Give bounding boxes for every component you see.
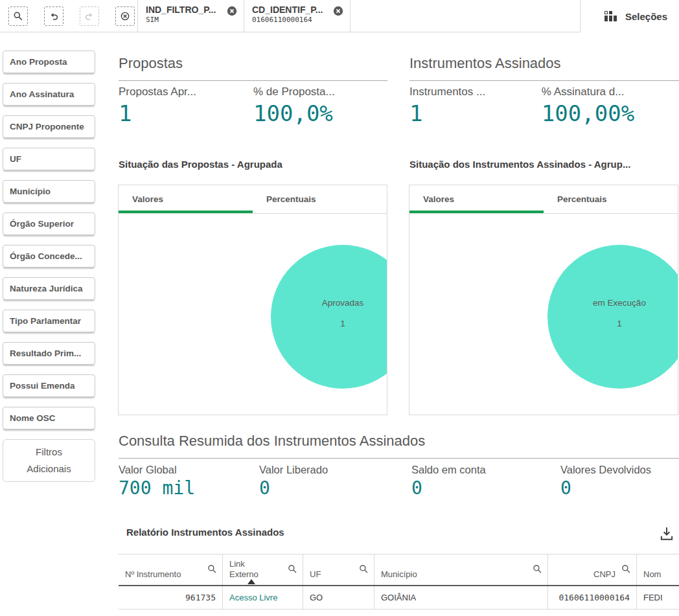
table-row: 961735 Acesso Livre GO GOIÂNIA 016061100… (119, 586, 679, 610)
chart-instrumentos[interactable]: Valores Percentuais em Execução 1 (409, 185, 678, 415)
kpi-pct-assinatura: % Assinatura d... 100,00% (542, 86, 679, 124)
remove-selection-icon[interactable] (333, 6, 343, 16)
tab-percentuais[interactable]: Percentuais (544, 185, 678, 213)
kpi-value: 100,00% (542, 102, 679, 124)
kpi-valores-devolvidos: Valores Devolvidos 0 (560, 464, 679, 497)
filter-button-tipo-parlamentar[interactable]: Tipo Parlamentar (3, 310, 95, 332)
chart-instrumentos-title: Situação dos Instrumentos Assinados - Ag… (409, 159, 679, 170)
filter-button-uf[interactable]: UF (3, 148, 95, 170)
filter-button-ano-assinatura[interactable]: Ano Assinatura (3, 83, 95, 106)
qlik-dashboard: IND_FILTRO_P... SIM CD_IDENTIF_P... 0160… (0, 0, 679, 616)
search-icon[interactable] (207, 564, 217, 576)
selection-pill[interactable]: IND_FILTRO_P... SIM (137, 0, 244, 32)
consulta-title: Consulta Resumida dos Instrumentos Assin… (119, 433, 679, 450)
column-header-cnpj[interactable]: CNPJ (547, 554, 636, 585)
kpi-label: % de Proposta... (253, 86, 388, 98)
column-label: Link Externo (229, 559, 267, 580)
column-label: CNPJ (593, 569, 616, 580)
cell-instrumento: 961735 (119, 586, 222, 609)
kpi-label: Instrumentos ... (409, 86, 542, 98)
kpi-saldo-em-conta: Saldo em conta 0 (411, 464, 560, 497)
selection-field-value: SIM (146, 16, 238, 24)
chart-propostas[interactable]: Valores Percentuais Aprovadas 1 (118, 185, 387, 415)
filter-button-ano-proposta[interactable]: Ano Proposta (3, 51, 95, 73)
consulta-kpis: Valor Global 700 mil Valor Liberado 0 Sa… (119, 464, 679, 497)
pie-slice-label: em Execução (547, 298, 678, 308)
filter-button-municipio[interactable]: Município (3, 180, 95, 203)
kpi-label: Valor Liberado (259, 464, 411, 476)
remove-selection-icon[interactable] (227, 6, 237, 16)
filter-button-resultado-primario[interactable]: Resultado Prim... (3, 342, 95, 365)
selection-field-value: 01606110000164 (252, 16, 345, 24)
chart-propostas-title: Situação das Propostas - Agrupada (119, 159, 387, 170)
consulta-section-header: Consulta Resumida dos Instrumentos Assin… (119, 433, 679, 459)
selections-bar-left: IND_FILTRO_P... SIM CD_IDENTIF_P... 0160… (0, 0, 581, 32)
column-label: Município (381, 569, 417, 580)
instrumentos-section-header: Instrumentos Assinados (409, 55, 679, 81)
selection-pill[interactable]: CD_IDENTIF_P... 01606110000164 (244, 0, 350, 32)
kpi-value: 100,0% (253, 102, 388, 124)
column-header-link-externo[interactable]: Link Externo (222, 554, 303, 585)
sort-ascending-icon (247, 579, 255, 584)
kpi-label: Saldo em conta (411, 464, 560, 476)
selections-tool-button[interactable]: Seleções (581, 0, 679, 32)
cell-uf: GO (303, 586, 374, 609)
filter-button-possui-emenda[interactable]: Possui Emenda (3, 374, 95, 397)
kpi-label: % Assinatura d... (542, 86, 679, 98)
selections-bar: IND_FILTRO_P... SIM CD_IDENTIF_P... 0160… (0, 0, 679, 32)
step-back-icon[interactable] (44, 6, 63, 26)
report-title: Relatório Instrumentos Assinados (126, 527, 284, 538)
kpi-valor-global: Valor Global 700 mil (119, 464, 259, 497)
current-selections: IND_FILTRO_P... SIM CD_IDENTIF_P... 0160… (137, 0, 351, 32)
kpi-value: 0 (259, 479, 411, 497)
propostas-section-header: Propostas (119, 55, 387, 81)
instrumentos-kpis: Instrumentos ... 1 % Assinatura d... 100… (409, 86, 679, 124)
column-header-nome[interactable]: Nom (636, 554, 679, 585)
tab-percentuais[interactable]: Percentuais (253, 185, 387, 213)
filtros-adicionais-button[interactable]: Filtros Adicionais (3, 439, 95, 482)
kpi-value: 0 (411, 479, 560, 497)
pie-slice-value: 1 (271, 319, 387, 328)
step-forward-icon[interactable] (80, 6, 99, 26)
selections-tool-label: Seleções (625, 11, 667, 22)
column-header-municipio[interactable]: Município (374, 554, 547, 585)
search-icon[interactable] (621, 564, 631, 576)
download-icon[interactable] (658, 525, 675, 542)
kpi-instrumentos: Instrumentos ... 1 (409, 86, 542, 124)
kpi-label: Valor Global (119, 464, 259, 476)
cell-link-externo[interactable]: Acesso Livre (222, 586, 303, 609)
tab-valores[interactable]: Valores (409, 185, 544, 213)
filter-button-orgao-superior[interactable]: Órgão Superior (3, 212, 95, 235)
kpi-value: 0 (560, 479, 679, 497)
cell-nome: FEDI (636, 586, 679, 609)
filtros-adicionais-line1: Filtros (36, 444, 62, 461)
kpi-valor-liberado: Valor Liberado 0 (259, 464, 411, 497)
filter-button-orgao-concedente[interactable]: Órgão Concede... (3, 245, 95, 268)
search-icon[interactable] (533, 564, 542, 576)
selections-tool-icon (604, 11, 617, 22)
filter-button-nome-osc[interactable]: Nome OSC (3, 407, 95, 429)
search-icon[interactable] (288, 564, 297, 576)
filter-button-natureza-juridica[interactable]: Natureza Jurídica (3, 277, 95, 300)
search-icon[interactable] (359, 564, 369, 576)
report-table: Nº Instrumento Link Externo UF Municíp (119, 554, 679, 610)
clear-selections-icon[interactable] (115, 6, 135, 26)
column-label: UF (310, 569, 321, 580)
column-label: Nº Instrumento (125, 569, 181, 580)
pie-slice-value: 1 (547, 319, 678, 328)
smart-search-icon[interactable] (8, 6, 28, 26)
filter-button-cnpj-proponente[interactable]: CNPJ Proponente (3, 115, 95, 138)
filter-sidebar: Ano Proposta Ano Assinatura CNPJ Propone… (3, 51, 95, 482)
pie-slice-aprovadas[interactable] (271, 245, 387, 389)
column-header-uf[interactable]: UF (303, 554, 374, 585)
pie-slice-em-execucao[interactable] (547, 245, 678, 389)
chart-propostas-tabs: Valores Percentuais (119, 185, 387, 214)
kpi-value: 1 (409, 102, 542, 124)
tab-valores[interactable]: Valores (119, 185, 253, 213)
kpi-pct-propostas: % de Proposta... 100,0% (253, 86, 388, 124)
filtros-adicionais-line2: Adicionais (27, 461, 71, 477)
propostas-kpis: Propostas Apr... 1 % de Proposta... 100,… (119, 86, 388, 124)
cell-municipio: GOIÂNIA (374, 586, 547, 609)
column-label: Nom (643, 569, 661, 580)
column-header-instrumento[interactable]: Nº Instrumento (119, 554, 222, 585)
